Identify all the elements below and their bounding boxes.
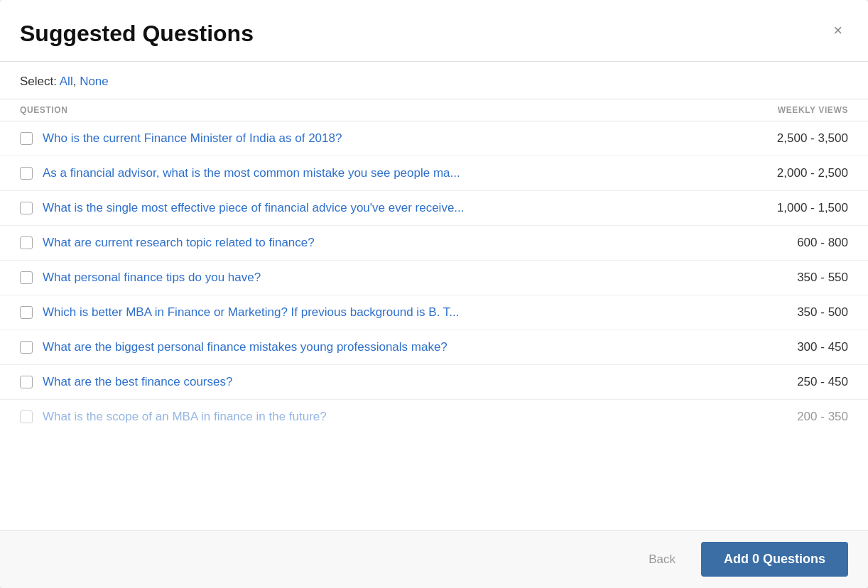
question-checkbox[interactable] — [20, 306, 33, 319]
question-text[interactable]: What are the best finance courses? — [43, 375, 232, 389]
table-row: As a financial advisor, what is the most… — [0, 156, 868, 191]
question-checkbox[interactable] — [20, 410, 33, 423]
select-none-link[interactable]: None — [80, 75, 109, 88]
table-row: What are current research topic related … — [0, 226, 868, 261]
question-checkbox[interactable] — [20, 202, 33, 214]
table-row: What is the scope of an MBA in finance i… — [0, 400, 868, 434]
question-checkbox[interactable] — [20, 236, 33, 249]
select-all-link[interactable]: All — [60, 75, 73, 88]
modal-body: Select: All, None QUESTION WEEKLY VIEWS … — [0, 62, 868, 530]
table-row: What are the biggest personal finance mi… — [0, 330, 868, 365]
question-left: What are the biggest personal finance mi… — [20, 340, 734, 354]
question-left: What are current research topic related … — [20, 236, 734, 250]
table-row: What is the single most effective piece … — [0, 191, 868, 226]
question-text[interactable]: What is the single most effective piece … — [43, 201, 465, 215]
question-text[interactable]: Which is better MBA in Finance or Market… — [43, 305, 459, 320]
question-checkbox[interactable] — [20, 167, 33, 180]
question-checkbox[interactable] — [20, 271, 33, 284]
question-views: 350 - 500 — [734, 305, 848, 320]
question-views: 200 - 350 — [734, 410, 848, 424]
question-left: What are the best finance courses? — [20, 375, 734, 389]
question-left: As a financial advisor, what is the most… — [20, 166, 734, 180]
table-row: Who is the current Finance Minister of I… — [0, 121, 868, 156]
question-views: 350 - 550 — [734, 271, 848, 285]
question-text[interactable]: What are the biggest personal finance mi… — [43, 340, 447, 354]
close-button[interactable]: × — [828, 20, 848, 41]
question-left: What personal finance tips do you have? — [20, 271, 734, 285]
question-checkbox[interactable] — [20, 376, 33, 388]
question-views: 600 - 800 — [734, 236, 848, 250]
question-views: 2,000 - 2,500 — [734, 166, 848, 180]
table-row: What are the best finance courses?250 - … — [0, 365, 868, 400]
table-header: QUESTION WEEKLY VIEWS — [0, 99, 868, 121]
question-left: Which is better MBA in Finance or Market… — [20, 305, 734, 320]
question-left: Who is the current Finance Minister of I… — [20, 131, 734, 146]
modal-header: Suggested Questions × — [0, 0, 868, 62]
question-text[interactable]: What are current research topic related … — [43, 236, 315, 250]
modal-title: Suggested Questions — [20, 20, 254, 47]
table-row: Which is better MBA in Finance or Market… — [0, 295, 868, 330]
question-text[interactable]: What is the scope of an MBA in finance i… — [43, 410, 327, 424]
table-row: What personal finance tips do you have?3… — [0, 261, 868, 295]
select-label: Select: — [20, 75, 57, 88]
add-questions-button[interactable]: Add 0 Questions — [701, 542, 848, 577]
question-views: 1,000 - 1,500 — [734, 201, 848, 215]
question-views: 250 - 450 — [734, 375, 848, 389]
question-checkbox[interactable] — [20, 341, 33, 354]
suggested-questions-modal: Suggested Questions × Select: All, None … — [0, 0, 868, 588]
question-views: 2,500 - 3,500 — [734, 131, 848, 146]
questions-list: Who is the current Finance Minister of I… — [0, 121, 868, 530]
question-text[interactable]: What personal finance tips do you have? — [43, 271, 261, 285]
views-column-header: WEEKLY VIEWS — [778, 105, 848, 115]
question-views: 300 - 450 — [734, 340, 848, 354]
back-button[interactable]: Back — [637, 545, 687, 574]
question-checkbox[interactable] — [20, 132, 33, 145]
question-text[interactable]: Who is the current Finance Minister of I… — [43, 131, 342, 146]
question-left: What is the scope of an MBA in finance i… — [20, 410, 734, 424]
question-text[interactable]: As a financial advisor, what is the most… — [43, 166, 460, 180]
question-left: What is the single most effective piece … — [20, 201, 734, 215]
select-row: Select: All, None — [0, 62, 868, 99]
modal-footer: Back Add 0 Questions — [0, 530, 868, 588]
question-column-header: QUESTION — [20, 105, 67, 115]
